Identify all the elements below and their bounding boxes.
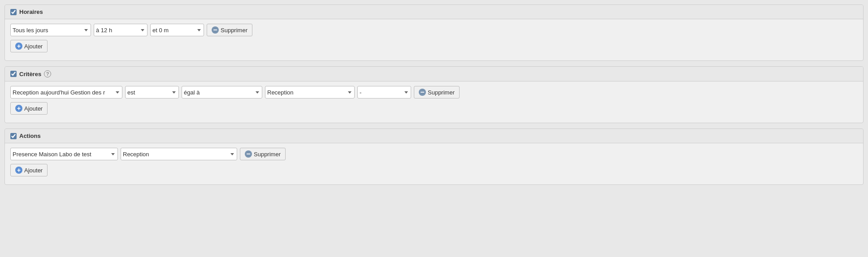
horaires-minutes-select[interactable]: et 0 m bbox=[150, 24, 204, 36]
actions-remove-label: Supprimer bbox=[254, 151, 281, 158]
criteres-checkbox[interactable] bbox=[10, 71, 17, 77]
actions-section: Actions Presence Maison Labo de test Rec… bbox=[4, 128, 864, 185]
horaires-remove-icon: − bbox=[212, 26, 219, 34]
actions-checkbox[interactable] bbox=[10, 133, 17, 139]
criteres-sub-select[interactable]: - bbox=[357, 86, 411, 99]
criteres-add-icon: + bbox=[15, 105, 22, 112]
criteres-add-row: + Ajouter bbox=[10, 102, 858, 115]
page-container: Horaires Tous les jours à 12 h et 0 m − … bbox=[0, 0, 868, 257]
horaires-remove-label: Supprimer bbox=[221, 27, 247, 34]
actions-entity-select[interactable]: Presence Maison Labo de test bbox=[10, 148, 118, 160]
criteres-field-select[interactable]: Reception aujourd'hui Gestion des r bbox=[10, 86, 122, 99]
actions-header: Actions bbox=[5, 129, 863, 143]
actions-add-button[interactable]: + Ajouter bbox=[10, 164, 48, 176]
criteres-add-button[interactable]: + Ajouter bbox=[10, 102, 48, 115]
horaires-add-row: + Ajouter bbox=[10, 40, 858, 52]
criteres-remove-button[interactable]: − Supprimer bbox=[414, 86, 460, 99]
horaires-add-button[interactable]: + Ajouter bbox=[10, 40, 48, 52]
criteres-row: Reception aujourd'hui Gestion des r est … bbox=[10, 86, 858, 99]
horaires-title: Horaires bbox=[19, 9, 43, 15]
horaires-heure-select[interactable]: à 12 h bbox=[94, 24, 148, 36]
horaires-remove-button[interactable]: − Supprimer bbox=[207, 24, 252, 36]
actions-title: Actions bbox=[19, 133, 41, 139]
actions-content: Presence Maison Labo de test Reception −… bbox=[5, 143, 863, 184]
horaires-checkbox[interactable] bbox=[10, 9, 17, 15]
horaires-content: Tous les jours à 12 h et 0 m − Supprimer… bbox=[5, 19, 863, 60]
criteres-header: Critères ? bbox=[5, 67, 863, 81]
criteres-title: Critères bbox=[19, 71, 41, 77]
criteres-val-select[interactable]: Reception bbox=[265, 86, 355, 99]
horaires-section: Horaires Tous les jours à 12 h et 0 m − … bbox=[4, 4, 864, 61]
criteres-op2-select[interactable]: égal à bbox=[182, 86, 262, 99]
horaires-row: Tous les jours à 12 h et 0 m − Supprimer bbox=[10, 24, 858, 36]
criteres-op1-select[interactable]: est bbox=[125, 86, 179, 99]
help-icon[interactable]: ? bbox=[44, 70, 51, 77]
actions-add-icon: + bbox=[15, 167, 22, 174]
actions-remove-button[interactable]: − Supprimer bbox=[240, 148, 286, 160]
criteres-add-label: Ajouter bbox=[24, 105, 43, 112]
horaires-add-icon: + bbox=[15, 43, 22, 50]
criteres-remove-label: Supprimer bbox=[428, 89, 455, 96]
horaires-header: Horaires bbox=[5, 5, 863, 19]
criteres-section: Critères ? Reception aujourd'hui Gestion… bbox=[4, 66, 864, 123]
actions-remove-icon: − bbox=[245, 150, 252, 158]
horaires-add-label: Ajouter bbox=[24, 43, 43, 50]
criteres-content: Reception aujourd'hui Gestion des r est … bbox=[5, 81, 863, 123]
actions-val-select[interactable]: Reception bbox=[121, 148, 237, 160]
criteres-remove-icon: − bbox=[419, 89, 426, 96]
actions-row: Presence Maison Labo de test Reception −… bbox=[10, 148, 858, 160]
actions-add-row: + Ajouter bbox=[10, 164, 858, 176]
actions-add-label: Ajouter bbox=[24, 167, 43, 174]
horaires-day-select[interactable]: Tous les jours bbox=[10, 24, 91, 36]
